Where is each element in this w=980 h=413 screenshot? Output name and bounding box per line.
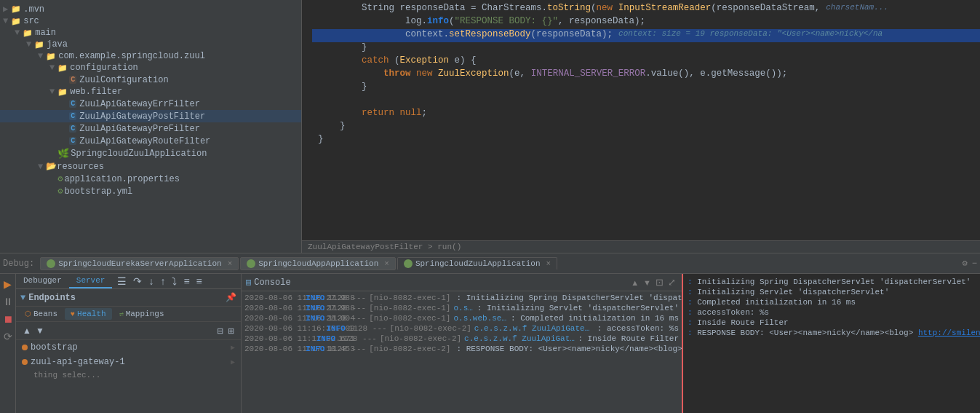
log-timestamp: 2020-08-06 11:16:36.009 — [244, 324, 323, 333]
code-line: catch (Exception e) { — [312, 55, 980, 68]
expand-icon[interactable]: ▼ — [20, 293, 25, 303]
tab-close-icon[interactable]: × — [546, 259, 551, 268]
log-thread: [nio-8082-exec-2] — [390, 324, 471, 333]
tab-mappings[interactable]: ⇌ Mappings — [113, 308, 170, 320]
step-into-button[interactable]: ↓ — [146, 275, 156, 288]
tree-item-appProps[interactable]: ▶ ⚙ application.properties — [0, 173, 301, 185]
log-class: c.e.s.z.w.f ZuulApiGatewayPreFilter — [474, 324, 594, 333]
log-timestamp: 2020-08-06 11:16:27.988 — [244, 294, 303, 302]
log-message: : Inside Route Filter — [578, 334, 679, 343]
pin-icon[interactable]: 📌 — [226, 292, 236, 303]
message-scroll[interactable]: : Initializing Spring DispatcherServlet … — [683, 274, 980, 413]
log-level: INFO — [306, 304, 324, 312]
config-icon: ⚙ — [57, 173, 63, 184]
tree-item-src[interactable]: ▼ 📁 src — [0, 15, 301, 27]
settings-icon[interactable]: ⚙ — [963, 258, 968, 269]
tab-server[interactable]: Server — [69, 274, 113, 288]
java-class-icon: C — [69, 137, 76, 145]
endpoints-header: ▼ Endpoints 📌 — [16, 289, 241, 307]
tab-close-icon[interactable]: × — [228, 259, 233, 268]
pause-button[interactable]: ⏸ — [1, 294, 15, 309]
stop-button[interactable]: ⏹ — [1, 312, 15, 326]
tree-item-java[interactable]: ▼ 📁 java — [0, 39, 301, 50]
evaluate-button[interactable]: ≡ — [181, 275, 191, 288]
maximize-button[interactable]: ⤢ — [666, 275, 677, 289]
tab-close-icon[interactable]: × — [384, 259, 389, 268]
tab-debugger[interactable]: Debugger — [16, 274, 69, 288]
msg-val: RESPONSE BODY: <User><name>nicky</name><… — [697, 329, 913, 337]
debug-tab-zuul[interactable]: SpringcloudZuulApplication × — [397, 257, 557, 270]
log-level: INFO — [306, 314, 324, 323]
log-thread-id: 1128 --- — [327, 294, 366, 302]
tree-item-ZuulPost[interactable]: ▶ C ZuulApiGatewayPostFilter — [0, 110, 301, 122]
editor-content[interactable]: String responseData = CharStreams.toStri… — [302, 0, 980, 240]
sort-button[interactable]: ⊞ — [226, 326, 236, 337]
msg-line: : Initializing Servlet 'dispatcherServle… — [688, 287, 976, 297]
log-level: INFO — [326, 324, 345, 333]
tree-item-configuration[interactable]: ▼ 📁 configuration — [0, 62, 301, 74]
tree-item-resources[interactable]: ▼ 📂 resources — [0, 160, 301, 173]
health-icon: ♥ — [71, 310, 75, 318]
msg-val: Initializing Spring DispatcherServlet 'd… — [697, 278, 971, 286]
folder-icon: 📁 — [34, 40, 44, 50]
folder-icon: 📁 — [23, 28, 33, 38]
sub-text: thing selec... — [33, 371, 100, 379]
mappings-label: Mappings — [126, 310, 164, 318]
tree-item-ZuulConfig[interactable]: ▶ C ZuulConfiguration — [0, 74, 301, 86]
run-button[interactable]: ▶ — [2, 277, 13, 291]
clear-console-button[interactable]: ⊡ — [654, 275, 665, 289]
scroll-down-button[interactable]: ▼ — [642, 277, 653, 288]
step-out-button[interactable]: ↑ — [158, 275, 167, 288]
log-level: INFO — [306, 345, 324, 353]
tab-health[interactable]: ♥ Health — [65, 308, 112, 320]
scroll-up-button[interactable]: ▲ — [20, 325, 33, 337]
watch-button[interactable]: ≡ — [194, 275, 204, 288]
file-tree[interactable]: ▶ 📁 .mvn ▼ 📁 src ▼ 📁 main ▼ 📁 java — [0, 0, 301, 253]
log-message: : Completed initialization in 16 ms — [511, 314, 679, 323]
minimize-icon[interactable]: − — [972, 259, 977, 269]
console-panel: ▤ Console ▲ ▼ ⊡ ⤢ 2020-08-06 11:16:27.98… — [242, 274, 682, 413]
tree-item-bootstrap[interactable]: ▶ ⚙ bootstrap.yml — [0, 185, 301, 197]
log-line: 2020-08-06 11:16:27.988 INFO 1128 --- [n… — [242, 293, 682, 303]
tree-item-ZuulRoute[interactable]: ▶ C ZuulApiGatewayRouteFilter — [0, 135, 301, 147]
tree-label: com.example.springcloud.zuul — [58, 51, 205, 61]
msg-key: : — [688, 318, 697, 327]
log-message: : accessToken: %s — [597, 324, 679, 333]
log-thread-id: 1128 --- — [327, 345, 366, 353]
code-line: String responseData = CharStreams.toStri… — [312, 3, 980, 16]
frames-button[interactable]: ☰ — [115, 275, 129, 288]
tree-item-ZuulErr[interactable]: ▶ C ZuulApiGatewayErrFilter — [0, 98, 301, 110]
tree-item-main[interactable]: ▼ 📁 main — [0, 27, 301, 39]
code-line: } — [312, 134, 980, 147]
service-item-bootstrap[interactable]: bootstrap ▶ — [16, 340, 241, 355]
service-status-dot — [22, 345, 28, 350]
tree-item-pkg[interactable]: ▼ 📁 com.example.springcloud.zuul — [0, 50, 301, 62]
service-item-zuul[interactable]: zuul-api-gateway-1 ▶ — [16, 355, 241, 369]
tab-status-icon — [47, 259, 55, 268]
java-class-icon: C — [69, 112, 76, 120]
debug-tab-app[interactable]: SpringcloudAppApplication × — [240, 257, 396, 270]
code-line: return null; — [312, 108, 980, 121]
tab-beans[interactable]: ⬡ Beans — [19, 308, 63, 320]
log-line: 2020-08-06 11:16:28.004 INFO 1128 --- [n… — [242, 313, 682, 323]
msg-link[interactable]: http://smilenicky.bl — [918, 329, 980, 337]
debugger-server-tabs: Debugger Server ☰ ↷ ↓ ↑ ⤵ ≡ ≡ — [16, 274, 241, 289]
filter-button[interactable]: ⊟ — [215, 326, 226, 337]
log-level: INFO — [316, 334, 335, 343]
debug-body: ▶ ⏸ ⏹ ⟳ Debugger Server ☰ ↷ ↓ ↑ — [0, 274, 980, 413]
tree-item-ZuulPre[interactable]: ▶ C ZuulApiGatewayPreFilter — [0, 122, 301, 135]
console-title: Console — [254, 278, 290, 288]
log-line: 2020-08-06 11:16:36.009 INFO 1128 --- [n… — [242, 323, 682, 334]
tree-item-mvn[interactable]: ▶ 📁 .mvn — [0, 3, 301, 15]
scroll-down-button[interactable]: ▼ — [33, 325, 47, 337]
debug-tab-eureka[interactable]: SpringcloudEurekaServerApplication × — [40, 257, 239, 270]
scroll-up-button[interactable]: ▲ — [629, 277, 640, 288]
run-to-cursor-button[interactable]: ⤵ — [170, 275, 179, 288]
tree-item-webfilter[interactable]: ▼ 📁 web.filter — [0, 86, 301, 98]
console-output[interactable]: 2020-08-06 11:16:27.988 INFO 1128 --- [n… — [242, 291, 682, 413]
step-over-button[interactable]: ↷ — [131, 275, 144, 288]
tree-item-SpringApp[interactable]: ▶ 🌿 SpringcloudZuulApplication — [0, 147, 301, 160]
rerun-button[interactable]: ⟳ — [2, 329, 14, 344]
tree-label: ZuulConfiguration — [79, 75, 168, 85]
code-line: } — [312, 82, 980, 95]
